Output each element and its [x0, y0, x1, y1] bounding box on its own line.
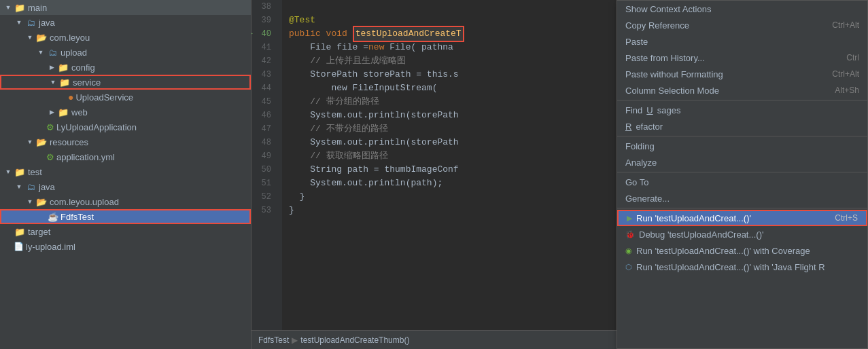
menu-paste-no-format-shortcut: Ctrl+Alt: [832, 69, 859, 79]
tree-item-target[interactable]: 📁 target: [0, 224, 251, 239]
tree-item-upload-service[interactable]: ● UploadService: [0, 90, 251, 105]
comment-49: // 获取缩略图路径: [289, 149, 388, 163]
tree-item-service[interactable]: ▼ 📁 service: [0, 75, 251, 90]
method-highlight: testUploadAndCreateT: [353, 26, 464, 42]
arrow-config: ▶: [46, 64, 57, 71]
menu-analyze[interactable]: Analyze: [617, 154, 867, 170]
menu-paste-history-label: Paste from History...: [625, 53, 705, 63]
flight-icon: ⬡: [625, 263, 632, 272]
menu-show-context[interactable]: Show Context Actions: [617, 1, 867, 17]
menu-run[interactable]: ▶ Run 'testUploadAndCreat...()' Ctrl+S: [617, 210, 867, 226]
label-target: target: [28, 227, 50, 237]
tree-item-upload[interactable]: ▼ 🗂 upload: [0, 45, 251, 60]
label-config: config: [71, 62, 95, 73]
kw-new: new: [368, 41, 384, 54]
tree-item-java[interactable]: ▼ 🗂 java: [0, 15, 251, 30]
folder-icon-com-leyou-upload: 📂: [35, 197, 48, 206]
kw-token-public: public: [289, 27, 326, 41]
label-main: main: [28, 3, 47, 13]
code-token-41b: File( pathna: [384, 41, 453, 54]
breadcrumb-sep1: ▶: [292, 335, 298, 345]
menu-refactor[interactable]: Refactor: [617, 118, 867, 134]
arrow-java-test: ▼: [14, 183, 24, 190]
tree-item-application-yml[interactable]: ⚙ application.yml: [0, 149, 251, 164]
menu-folding-label: Folding: [625, 141, 655, 151]
menu-flight-label: ⬡ Run 'testUploadAndCreat...()' with 'Ja…: [625, 262, 825, 272]
context-menu: Show Context Actions Copy Reference Ctrl…: [617, 0, 868, 349]
menu-run-coverage[interactable]: ◉ Run 'testUploadAndCreat...()' with Cov…: [617, 242, 867, 259]
code-48: System.out.println(storePath: [289, 136, 459, 149]
label-com-leyou: com.leyou: [50, 33, 90, 43]
tree-item-ly-upload-app[interactable]: ⚙ LyUploadApplication: [0, 120, 251, 134]
code-44: new FileInputStream(: [289, 81, 437, 95]
menu-sep3: [617, 172, 867, 172]
debug-icon: 🐞: [625, 230, 635, 239]
menu-sep2: [617, 136, 867, 136]
menu-run-flight[interactable]: ⬡ Run 'testUploadAndCreat...()' with 'Ja…: [617, 259, 867, 275]
menu-paste[interactable]: Paste: [617, 33, 867, 50]
breadcrumb-fdfs-test[interactable]: FdfsTest: [258, 335, 289, 345]
tree-item-com-leyou-upload[interactable]: ▼ 📂 com.leyou.upload: [0, 194, 251, 209]
tree-item-ly-upload-iml[interactable]: 📄 ly-upload.iml: [0, 239, 251, 254]
menu-paste-history-shortcut: Ctrl: [846, 53, 859, 62]
folder-icon-config: 📁: [57, 62, 69, 72]
menu-copy-ref[interactable]: Copy Reference Ctrl+Alt: [617, 17, 867, 33]
folder-icon-test: 📁: [14, 167, 26, 177]
folder-icon-service: 📁: [58, 77, 71, 87]
label-com-leyou-upload: com.leyou.upload: [50, 197, 119, 207]
menu-find-usages[interactable]: Find Usages: [617, 102, 867, 118]
menu-paste-history[interactable]: Paste from History... Ctrl: [617, 50, 867, 66]
label-ly-upload-app: LyUploadApplication: [56, 122, 137, 132]
arrow-com-leyou-upload: ▼: [24, 198, 35, 205]
comment-42: // 上传并且生成缩略图: [289, 54, 406, 68]
code-53: }: [289, 204, 294, 217]
run-icon: ▶: [627, 214, 632, 223]
menu-goto[interactable]: Go To: [617, 174, 867, 190]
label-ly-upload-iml: ly-upload.iml: [26, 242, 75, 252]
menu-paste-no-format-label: Paste without Formatting: [625, 69, 723, 79]
folder-icon-target: 📁: [14, 227, 26, 236]
breadcrumb-method[interactable]: testUploadAndCreateThumb(): [300, 335, 409, 345]
menu-find-usages-label: Find Usages: [625, 105, 680, 115]
code-token-41: File file =: [289, 41, 368, 54]
tree-item-test[interactable]: ▼ 📁 test: [0, 164, 251, 179]
menu-column-select[interactable]: Column Selection Mode Alt+Sh: [617, 82, 867, 98]
menu-generate[interactable]: Generate...: [617, 190, 867, 206]
menu-refactor-label: Refactor: [625, 122, 663, 132]
code-43: StorePath storePath = this.s: [289, 68, 459, 81]
code-51: System.out.println(path);: [289, 177, 442, 190]
menu-copy-ref-shortcut: Ctrl+Alt: [832, 20, 859, 30]
label-upload-service: UploadService: [75, 92, 133, 103]
code-token: [289, 0, 310, 14]
folder-icon-resources: 📂: [35, 137, 48, 147]
label-resources: resources: [50, 137, 88, 147]
annotation-token: @Test: [289, 14, 315, 27]
arrow-java: ▼: [14, 19, 24, 26]
folder-icon-main: 📁: [14, 3, 26, 12]
menu-coverage-label: ◉ Run 'testUploadAndCreat...()' with Cov…: [625, 246, 810, 256]
comment-45: // 带分组的路径: [289, 95, 379, 109]
tree-item-main[interactable]: ▼ 📁 main: [0, 0, 251, 15]
menu-sep1: [617, 100, 867, 100]
tree-item-fdfs-test[interactable]: ☕ FdfsTest: [0, 209, 251, 224]
tree-item-resources[interactable]: ▼ 📂 resources: [0, 134, 251, 149]
coverage-icon: ◉: [625, 246, 632, 255]
editor-area: 38 39 40 ▶ 41 42 43 44 45 46 47 48 49 50…: [251, 0, 868, 349]
tree-item-com-leyou[interactable]: ▼ 📂 com.leyou: [0, 30, 251, 45]
menu-debug[interactable]: 🐞 Debug 'testUploadAndCreat...()': [617, 226, 867, 242]
line-numbers: 38 39 40 ▶ 41 42 43 44 45 46 47 48 49 50…: [251, 0, 282, 330]
tree-item-web[interactable]: ▶ 📁 web: [0, 105, 251, 120]
iml-icon: 📄: [14, 242, 24, 251]
menu-goto-label: Go To: [625, 177, 648, 187]
arrow-web: ▶: [46, 109, 57, 115]
spring-icon-ly-upload-app: ⚙: [46, 122, 54, 132]
tree-item-java-test[interactable]: ▼ 🗂 java: [0, 179, 251, 194]
menu-paste-no-format[interactable]: Paste without Formatting Ctrl+Alt: [617, 66, 867, 82]
tree-item-config[interactable]: ▶ 📁 config: [0, 60, 251, 75]
menu-folding[interactable]: Folding: [617, 138, 867, 154]
code-50: String path = thumbImageConf: [289, 163, 459, 177]
menu-paste-label: Paste: [625, 37, 648, 47]
label-java-test: java: [39, 182, 55, 192]
menu-sep4: [617, 208, 867, 208]
menu-copy-ref-label: Copy Reference: [625, 20, 689, 31]
